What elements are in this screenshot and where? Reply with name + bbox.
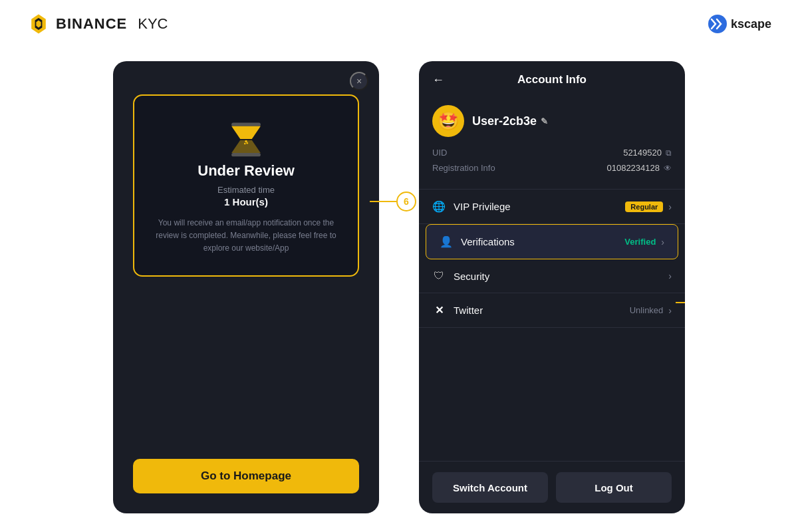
menu-item-vip-left: 🌐 VIP Privilege: [432, 200, 511, 213]
menu-item-verifications[interactable]: 👤 Verifications Verified ›: [426, 224, 678, 259]
twitter-label: Twitter: [454, 305, 483, 316]
bottom-buttons: Switch Account Log Out: [419, 461, 685, 513]
back-button[interactable]: ←: [432, 73, 444, 87]
binance-diamond-icon: [27, 12, 51, 36]
review-card: Under Review Estimated time 1 Hour(s) Yo…: [133, 94, 359, 277]
menu-item-security-left: 🛡 Security: [432, 270, 489, 282]
registration-number: 01082234128: [606, 163, 660, 173]
vip-badge: Regular: [625, 201, 663, 212]
vip-label: VIP Privilege: [454, 201, 511, 212]
security-icon: 🛡: [432, 270, 446, 282]
verifications-icon: 👤: [440, 235, 453, 248]
username-text: User-2cb3e: [472, 114, 537, 128]
eye-icon[interactable]: 👁: [664, 164, 672, 173]
estimated-label: Estimated time: [217, 185, 275, 195]
svg-point-8: [244, 143, 246, 145]
menu-item-twitter-left: ✕ Twitter: [432, 304, 483, 317]
main-content: × 6 Under Review Estimated time: [0, 48, 798, 527]
verifications-chevron-icon: ›: [661, 237, 664, 247]
kscape-icon: [708, 15, 727, 33]
uid-number: 52149520: [623, 148, 662, 158]
registration-row: Registration Info 01082234128 👁: [432, 163, 672, 173]
left-panel: × 6 Under Review Estimated time: [113, 61, 379, 513]
go-homepage-button[interactable]: Go to Homepage: [133, 459, 359, 493]
security-chevron-icon: ›: [668, 271, 672, 281]
right-panel: 7 ← Account Info 🤩 User-2cb3e ✎ UID 5214…: [419, 61, 685, 513]
vip-chevron-icon: ›: [668, 201, 672, 212]
copy-uid-icon[interactable]: ⧉: [666, 148, 672, 158]
kscape-logo: kscape: [708, 15, 771, 33]
menu-item-twitter[interactable]: ✕ Twitter Unlinked ›: [419, 293, 685, 328]
annotation-circle-6: 6: [396, 192, 416, 211]
svg-point-7: [245, 140, 247, 143]
menu-section: 🌐 VIP Privilege Regular › 👤 Verification…: [419, 190, 685, 461]
annotation-6: 6: [370, 192, 416, 211]
menu-item-vip-right: Regular ›: [625, 201, 672, 212]
username: User-2cb3e ✎: [472, 114, 548, 128]
vip-icon: 🌐: [432, 200, 446, 213]
account-header: ← Account Info: [419, 61, 685, 98]
menu-item-security-right: ›: [668, 271, 672, 281]
header-left: BINANCE KYC: [27, 12, 168, 36]
product-name: KYC: [138, 15, 168, 33]
brand-name: BINANCE: [56, 15, 127, 33]
review-description: You will receive an email/app notificati…: [150, 217, 342, 255]
account-info-section: 🤩 User-2cb3e ✎ UID 52149520 ⧉ Registrati…: [419, 98, 685, 190]
verified-badge: Verified: [624, 237, 656, 247]
panel-title: Account Info: [517, 73, 587, 86]
under-review-title: Under Review: [198, 162, 295, 180]
estimated-time: 1 Hour(s): [224, 196, 268, 207]
annotation-line: [370, 201, 396, 202]
svg-point-9: [246, 142, 248, 144]
hourglass-icon: [223, 116, 269, 162]
uid-value: 52149520 ⧉: [623, 148, 672, 158]
twitter-icon: ✕: [432, 304, 446, 317]
unlinked-badge: Unlinked: [630, 305, 664, 315]
partner-name: kscape: [731, 17, 771, 31]
twitter-chevron-icon: ›: [668, 305, 672, 316]
menu-item-verifications-left: 👤 Verifications: [440, 235, 515, 248]
edit-icon[interactable]: ✎: [541, 116, 548, 126]
annotation-7: 7: [676, 293, 685, 313]
menu-item-security[interactable]: 🛡 Security ›: [419, 259, 685, 293]
logout-button[interactable]: Log Out: [556, 472, 672, 503]
switch-account-button[interactable]: Switch Account: [432, 472, 548, 503]
user-row: 🤩 User-2cb3e ✎: [432, 105, 672, 137]
registration-label: Registration Info: [432, 163, 495, 173]
menu-item-vip[interactable]: 🌐 VIP Privilege Regular ›: [419, 190, 685, 224]
svg-marker-4: [231, 126, 261, 139]
header: BINANCE KYC kscape: [0, 0, 798, 48]
verifications-label: Verifications: [461, 236, 515, 247]
menu-item-twitter-right: Unlinked ›: [630, 305, 672, 316]
registration-value: 01082234128 👁: [606, 163, 672, 173]
svg-rect-6: [231, 153, 261, 156]
menu-item-verifications-right: Verified ›: [624, 237, 664, 247]
avatar: 🤩: [432, 105, 464, 137]
annotation-line-7: [676, 302, 685, 303]
svg-rect-3: [231, 123, 261, 126]
binance-logo: BINANCE: [27, 12, 127, 36]
close-button[interactable]: ×: [350, 72, 368, 90]
uid-row: UID 52149520 ⧉: [432, 148, 672, 158]
security-label: Security: [454, 271, 489, 282]
uid-label: UID: [432, 148, 447, 158]
